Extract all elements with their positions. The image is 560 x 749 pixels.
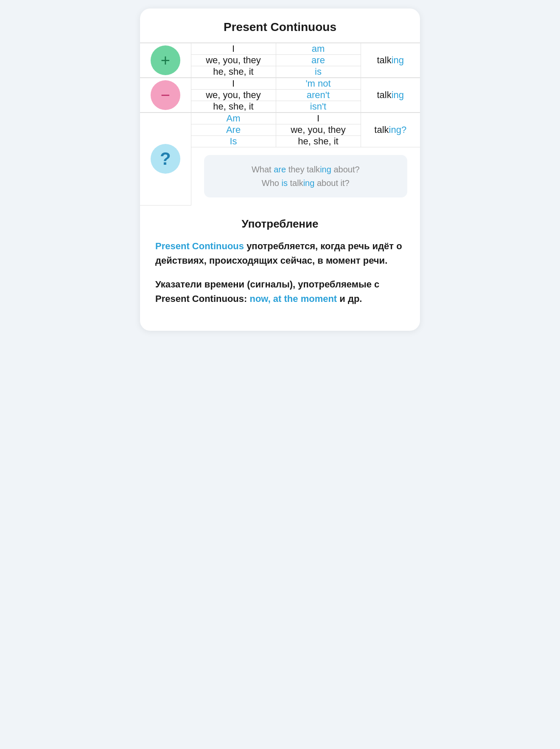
example-line-2: Who is talking about it? [262,178,350,188]
positive-circle: + [151,45,180,75]
verb-cell-mnot: 'm not [276,78,361,90]
question-symbol: ? [160,149,171,169]
example-are: are [274,165,286,174]
positive-circle-cell: + [140,43,191,78]
result-highlight-q: ing? [389,124,407,135]
pronoun-cell-i-q: I [276,113,361,124]
present-continuous-label: Present Continuous [155,241,244,251]
result-highlight-pos: ing [392,55,404,65]
positive-section-row: + I am talking [140,43,420,55]
grammar-table: + I am talking we, you, they are he, sh [140,43,420,206]
verb-cell-am-q: Am [191,113,276,124]
usage-section: Употребление Present Continuous употребл… [140,206,420,306]
pronoun-cell-hsi-q: he, she, it [276,136,361,147]
minus-symbol: − [161,86,170,104]
usage-text-2b: и др. [337,293,362,304]
example-ing-1: ing [320,165,331,174]
pronoun-cell-hsi-pos: he, she, it [191,66,276,78]
pronoun-cell-i-pos: I [191,43,276,55]
example-line-1: What are they talking about? [252,165,360,174]
verb-cell-is-pos: is [276,66,361,78]
pronoun-cell-hsi-neg: he, she, it [191,101,276,113]
question-section-row: ? Am I talking? [140,113,420,124]
pronoun-cell-wyt-q: we, you, they [276,124,361,136]
negative-circle: − [151,80,180,110]
pronoun-cell-wyt-neg: we, you, they [191,90,276,101]
question-circle: ? [151,144,180,174]
usage-time-markers: now, at the moment [249,293,337,304]
example-is: is [282,178,288,188]
pronoun-cell-i-neg: I [191,78,276,90]
pronoun-cell-wyt-pos: we, you, they [191,55,276,66]
result-cell-q: talking? [361,113,420,147]
verb-cell-are-pos: are [276,55,361,66]
verb-cell-am: am [276,43,361,55]
usage-paragraph-2: Указатели времени (сигналы), употребляем… [155,277,405,306]
main-card: Present Continuous + I am talking we, yo… [140,8,420,331]
example-cell: What are they talking about? Who is talk… [191,147,420,206]
result-highlight-neg: ing [392,90,404,100]
page-title: Present Continuous [140,8,420,43]
example-box: What are they talking about? Who is talk… [204,155,408,197]
negative-section-row: − I 'm not talking [140,78,420,90]
result-cell-pos: talking [361,43,420,78]
negative-circle-cell: − [140,78,191,113]
result-cell-neg: talking [361,78,420,113]
verb-cell-isnt: isn't [276,101,361,113]
verb-cell-is-q: Is [191,136,276,147]
verb-cell-arent: aren't [276,90,361,101]
usage-title: Употребление [155,217,405,231]
example-ing-2: ing [303,178,315,188]
question-circle-cell: ? [140,113,191,205]
usage-paragraph-1: Present Continuous употребляется, когда … [155,239,405,268]
verb-cell-are-q: Are [191,124,276,136]
plus-symbol: + [161,51,170,70]
